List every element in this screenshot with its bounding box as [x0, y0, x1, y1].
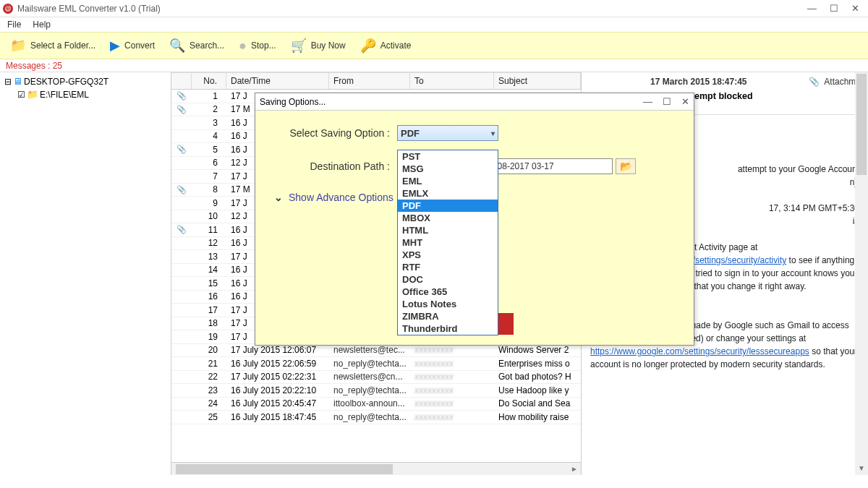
row-no: 6: [192, 158, 226, 168]
row-date: 16 July 2015 20:22:10: [226, 385, 329, 395]
row-no: 17: [192, 305, 226, 315]
search-label: Search...: [190, 40, 224, 51]
row-to: xxxxxxxxx: [410, 372, 494, 382]
row-subject: Enterprises miss o: [494, 359, 581, 369]
dropdown-option[interactable]: Thunderbird: [398, 322, 498, 335]
chevron-down-icon: ▾: [491, 129, 495, 137]
folder-open-icon: 📂: [620, 160, 632, 172]
lesssecure-link[interactable]: https://www.google.com/settings/security…: [590, 346, 809, 356]
select-folder-label: Select a Folder...: [30, 40, 95, 51]
row-no: 4: [192, 131, 226, 141]
select-folder-button[interactable]: 📁 Select a Folder...: [4, 36, 101, 55]
row-no: 2: [192, 104, 226, 114]
row-no: 11: [192, 225, 226, 235]
dropdown-option[interactable]: MBOX: [398, 212, 498, 224]
row-subject: Do Social and Sea: [494, 398, 581, 408]
minimize-button[interactable]: —: [807, 3, 817, 14]
scroll-right-icon[interactable]: ►: [568, 463, 581, 475]
dropdown-option[interactable]: ZIMBRA: [398, 310, 498, 322]
dropdown-option[interactable]: Office 365: [398, 286, 498, 298]
folder-tree: ⊟ 🖥 DESKTOP-GFGQ32T ☑ 📁 E:\FILE\EML: [0, 72, 171, 475]
row-subject: Use Hadoop like y: [494, 385, 581, 395]
table-row[interactable]: 2516 July 2015 18:47:45no_reply@techta..…: [171, 411, 581, 424]
dropdown-option[interactable]: MSG: [398, 163, 498, 175]
saving-options-dialog: Saving Options... — ☐ ✕ Select Saving Op…: [255, 93, 694, 346]
menu-file[interactable]: File: [7, 20, 21, 30]
table-row[interactable]: 2017 July 2015 12:06:07newsletters@tec..…: [171, 344, 581, 358]
scroll-down-icon[interactable]: ▼: [855, 462, 868, 475]
tree-root[interactable]: ⊟ 🖥 DESKTOP-GFGQ32T: [4, 75, 166, 88]
window-title: Mailsware EML Converter v1.0 (Trial): [17, 4, 807, 14]
header-to[interactable]: To: [410, 72, 494, 89]
row-no: 14: [192, 265, 226, 275]
preview-scroll-thumb[interactable]: [856, 74, 867, 175]
table-row[interactable]: 2217 July 2015 02:22:31newsletters@cn...…: [171, 371, 581, 385]
table-row[interactable]: 2416 July 2015 20:45:47ittoolbox-announ.…: [171, 398, 581, 411]
row-date: 17 July 2015 12:06:07: [226, 345, 329, 355]
dropdown-option[interactable]: DOC: [398, 273, 498, 286]
saving-option-dropdown[interactable]: PSTMSGEMLEMLXPDFMBOXHTMLMHTXPSRTFDOCOffi…: [397, 150, 498, 335]
messages-count: Messages : 25: [0, 59, 868, 72]
dialog-close-button[interactable]: ✕: [681, 96, 689, 107]
saving-option-label: Select Saving Option :: [268, 127, 397, 139]
horizontal-scrollbar[interactable]: ◄ ►: [171, 462, 581, 475]
table-row[interactable]: 2116 July 2015 22:06:59no_reply@techta..…: [171, 357, 581, 371]
dropdown-option[interactable]: HTML: [398, 224, 498, 236]
row-subject: Windows Server 2: [494, 345, 581, 355]
dialog-maximize-button[interactable]: ☐: [663, 96, 671, 107]
row-to: xxxxxxxxx: [410, 359, 494, 369]
row-no: 22: [192, 372, 226, 382]
collapse-icon[interactable]: ⊟: [4, 75, 12, 88]
attachment-icon: 📎: [171, 91, 192, 100]
attachment-icon: 📎: [171, 105, 192, 114]
search-icon: 🔍: [169, 38, 185, 53]
attachment-icon: 📎: [171, 185, 192, 194]
dialog-minimize-button[interactable]: —: [643, 96, 652, 107]
table-row[interactable]: 2316 July 2015 20:22:10no_reply@techta..…: [171, 384, 581, 398]
dropdown-option[interactable]: XPS: [398, 249, 498, 261]
cart-icon: 🛒: [291, 38, 307, 53]
dropdown-option[interactable]: EML: [398, 175, 498, 187]
search-button[interactable]: 🔍 Search...: [163, 36, 230, 55]
stop-button[interactable]: ● Stop...: [233, 37, 282, 55]
checkbox-icon[interactable]: ☑: [17, 88, 25, 101]
stop-icon: ●: [239, 38, 247, 53]
computer-icon: 🖥: [13, 75, 22, 88]
maximize-button[interactable]: ☐: [830, 3, 838, 14]
tree-folder[interactable]: ☑ 📁 E:\FILE\EML: [17, 88, 166, 101]
dropdown-option[interactable]: PST: [398, 150, 498, 163]
tree-root-label: DESKTOP-GFGQ32T: [24, 75, 109, 88]
folder-icon: 📁: [10, 38, 26, 53]
browse-button[interactable]: 📂: [616, 158, 636, 174]
row-date: 16 July 2015 22:06:59: [226, 359, 329, 369]
dropdown-option[interactable]: Lotus Notes: [398, 298, 498, 310]
preview-scrollbar[interactable]: ▲ ▼: [855, 72, 868, 475]
row-from: newsletters@tec...: [329, 345, 410, 355]
dropdown-option[interactable]: MHT: [398, 236, 498, 249]
scroll-thumb[interactable]: [176, 464, 393, 474]
dropdown-option[interactable]: RTF: [398, 261, 498, 273]
dialog-title: Saving Options...: [260, 97, 643, 107]
dropdown-option[interactable]: EMLX: [398, 187, 498, 200]
row-no: 16: [192, 291, 226, 301]
attachments-link[interactable]: 📎 Attachme: [809, 77, 861, 87]
activate-button[interactable]: 🔑 Activate: [354, 36, 417, 55]
header-attachment[interactable]: [171, 72, 192, 89]
row-to: xxxxxxxxx: [410, 345, 494, 355]
grid-header: No. Date/Time From To Subject: [171, 72, 581, 90]
dropdown-option[interactable]: PDF: [398, 200, 498, 212]
row-no: 8: [192, 184, 226, 194]
menu-help[interactable]: Help: [33, 20, 51, 30]
saving-option-select[interactable]: PDF ▾: [397, 125, 498, 141]
header-no[interactable]: No.: [192, 72, 226, 89]
close-button[interactable]: ✕: [851, 3, 859, 14]
header-from[interactable]: From: [329, 72, 410, 89]
key-icon: 🔑: [360, 38, 376, 53]
convert-button[interactable]: ▶ Convert: [104, 36, 161, 55]
buy-button[interactable]: 🛒 Buy Now: [285, 36, 352, 55]
row-from: newsletters@cn...: [329, 372, 410, 382]
header-subject[interactable]: Subject: [494, 72, 581, 89]
header-datetime[interactable]: Date/Time: [226, 72, 329, 89]
row-to: xxxxxxxxx: [410, 398, 494, 408]
row-no: 3: [192, 118, 226, 128]
